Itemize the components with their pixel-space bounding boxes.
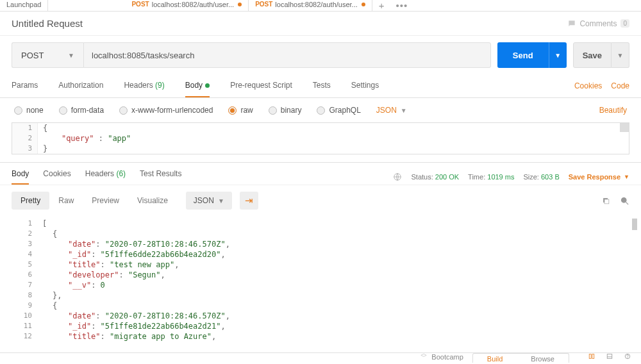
- resp-tab-cookies[interactable]: Cookies: [43, 169, 71, 185]
- tab-bar: Launchpad POST localhost:8082/auth/user.…: [0, 0, 641, 12]
- size-value: 603 B: [541, 173, 560, 181]
- radio-form-data[interactable]: form-data: [59, 106, 104, 115]
- view-preview[interactable]: Preview: [83, 192, 128, 210]
- send-dropdown[interactable]: ▼: [549, 42, 567, 68]
- mode-segment: Build Browse: [472, 353, 569, 363]
- help-icon[interactable]: [623, 353, 632, 360]
- request-title-row: Untitled Request Comments 0: [0, 12, 641, 36]
- tab-launchpad[interactable]: Launchpad: [0, 0, 48, 12]
- tab-body[interactable]: Body: [185, 74, 210, 97]
- unsaved-dot-icon: [238, 3, 242, 6]
- save-response-button[interactable]: Save Response ▼: [569, 173, 629, 181]
- svg-rect-5: [589, 354, 591, 359]
- content-type-dropdown[interactable]: JSON▼: [376, 106, 407, 115]
- view-visualize[interactable]: Visualize: [128, 192, 177, 210]
- request-tab-1[interactable]: POST localhost:8082/auth/user...: [125, 0, 249, 12]
- svg-rect-2: [604, 199, 609, 204]
- tab-authorization[interactable]: Authorization: [58, 74, 103, 97]
- code-link[interactable]: Code: [611, 81, 629, 90]
- mode-build[interactable]: Build: [473, 354, 517, 363]
- tab-settings[interactable]: Settings: [351, 74, 379, 97]
- time-value: 1019 ms: [487, 173, 514, 181]
- beautify-button[interactable]: Beautify: [599, 106, 627, 115]
- radio-raw[interactable]: raw: [228, 106, 253, 115]
- scrollbar-thumb[interactable]: [620, 123, 629, 132]
- globe-icon[interactable]: [393, 172, 402, 181]
- svg-rect-7: [607, 354, 612, 359]
- more-tabs-button[interactable]: •••: [391, 0, 413, 11]
- method-badge: POST: [255, 1, 272, 8]
- request-section-tabs: Params Authorization Headers (9) Body Pr…: [0, 74, 641, 98]
- chevron-down-icon: ▼: [554, 52, 561, 59]
- scrollbar-thumb[interactable]: [632, 219, 637, 230]
- comment-icon: [567, 19, 576, 28]
- resp-tab-test-results[interactable]: Test Results: [140, 169, 181, 185]
- tab-headers[interactable]: Headers (9): [124, 74, 164, 97]
- panel-layout-icon[interactable]: [587, 353, 596, 360]
- resp-tab-body[interactable]: Body: [12, 169, 29, 185]
- comments-count: 0: [620, 19, 629, 28]
- copy-icon[interactable]: [601, 196, 611, 206]
- body-type-selector: none form-data x-www-form-urlencoded raw…: [0, 98, 641, 122]
- response-body-editor[interactable]: 1[ 2{ 3"date": "2020-07-28T10:28:46.570Z…: [12, 219, 629, 342]
- bootcamp-button[interactable]: Bootcamp: [420, 353, 463, 361]
- radio-binary[interactable]: binary: [269, 106, 302, 115]
- request-body-editor[interactable]: 1{ 2 "query" : "app" 3}: [12, 122, 629, 154]
- url-row: POST▼ Send ▼ Save ▼: [0, 36, 641, 74]
- view-pretty[interactable]: Pretty: [12, 192, 49, 210]
- chevron-down-icon: ▼: [624, 174, 629, 180]
- wrap-lines-button[interactable]: ⇥: [240, 192, 258, 210]
- cookies-link[interactable]: Cookies: [574, 81, 602, 90]
- status-value: 200 OK: [435, 173, 459, 181]
- unsaved-dot-icon: [362, 3, 365, 6]
- panel-bottom-icon[interactable]: [605, 353, 614, 360]
- method-badge: POST: [131, 1, 149, 8]
- svg-point-3: [622, 197, 627, 203]
- view-raw[interactable]: Raw: [49, 192, 83, 210]
- bootcamp-icon: [420, 353, 428, 360]
- response-section-tabs: Body Cookies Headers (6) Test Results St…: [0, 162, 641, 185]
- tab-prerequest[interactable]: Pre-request Script: [230, 74, 292, 97]
- request-tab-2[interactable]: POST localhost:8082/auth/user...: [249, 0, 372, 12]
- tab-tests[interactable]: Tests: [313, 74, 331, 97]
- chevron-down-icon: ▼: [617, 52, 624, 59]
- response-format-dropdown[interactable]: JSON▼: [186, 192, 232, 210]
- radio-xwww[interactable]: x-www-form-urlencoded: [119, 106, 213, 115]
- save-dropdown[interactable]: ▼: [612, 42, 629, 68]
- add-tab-button[interactable]: +: [372, 0, 391, 11]
- radio-none[interactable]: none: [14, 106, 44, 115]
- svg-line-4: [626, 202, 628, 204]
- method-dropdown[interactable]: POST▼: [12, 42, 83, 68]
- radio-graphql[interactable]: GraphQL: [317, 106, 360, 115]
- request-title[interactable]: Untitled Request: [12, 18, 83, 29]
- modified-dot-icon: [205, 83, 210, 88]
- status-bar: Bootcamp Build Browse: [0, 352, 641, 364]
- send-button[interactable]: Send: [497, 42, 549, 68]
- mode-browse[interactable]: Browse: [517, 354, 569, 363]
- search-icon[interactable]: [620, 196, 629, 206]
- chevron-down-icon: ▼: [401, 107, 407, 114]
- svg-rect-6: [592, 354, 594, 359]
- url-input[interactable]: [83, 42, 491, 68]
- comments-button[interactable]: Comments 0: [567, 19, 629, 28]
- response-view-options: Pretty Raw Preview Visualize JSON▼ ⇥: [0, 185, 641, 216]
- resp-tab-headers[interactable]: Headers (6): [85, 169, 126, 185]
- chevron-down-icon: ▼: [68, 52, 74, 59]
- save-button[interactable]: Save: [573, 42, 612, 68]
- chevron-down-icon: ▼: [218, 197, 224, 204]
- tab-params[interactable]: Params: [12, 74, 38, 97]
